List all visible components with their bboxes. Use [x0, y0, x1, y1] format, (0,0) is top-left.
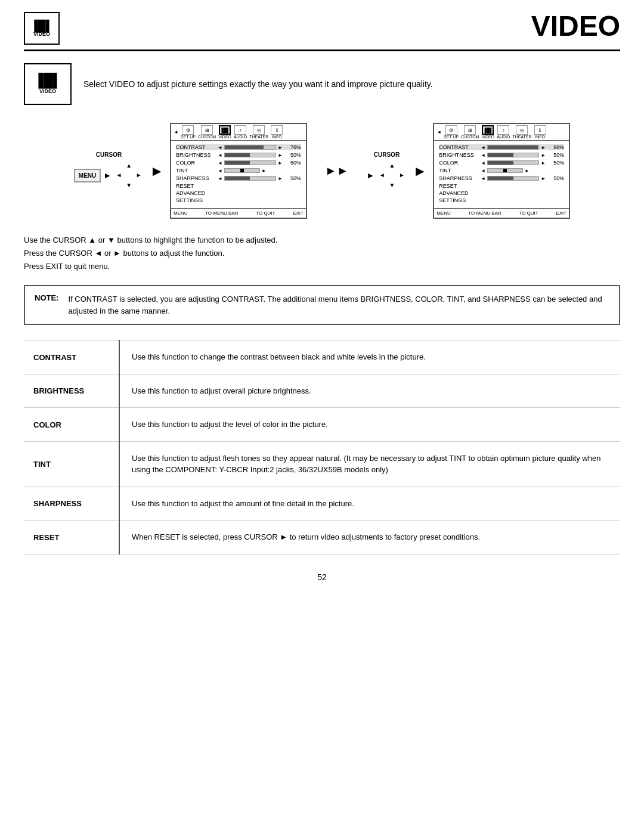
menu-screen-2: ◄ ⚙ SET UP ⊞ CUSTOM ▐█▌ VIDEO ♪ AUDIO [433, 123, 570, 219]
table-row: CONTRAST Use this function to change the… [24, 340, 620, 374]
menu-row-tint-2: TINT ◄ ► [439, 168, 564, 174]
menu-row-color-1: COLOR ◄ ► 50% [176, 160, 301, 166]
menu-diagrams: CURSOR MENU ► ▲ ◄ ► ▼ ► ◄ ⚙ SET UP [24, 123, 620, 219]
header-icon-label: VIDEO [33, 31, 50, 37]
arrow-cluster-2: ▲ ◄ ► ▼ [377, 160, 407, 190]
page-title: VIDEO [531, 12, 620, 41]
intro-icon: ▐█▌ VIDEO [24, 63, 72, 105]
tab-custom-2: ⊞ CUSTOM [461, 125, 479, 139]
diagram1-controls: CURSOR MENU ► ▲ ◄ ► ▼ [74, 151, 144, 190]
diagram2-wrapper: CURSOR ► ▲ ◄ ► ▼ ► ◄ ⚙ SET UP [367, 123, 571, 219]
tab-custom: ⊞ CUSTOM [198, 125, 216, 139]
note-box: NOTE: If CONTRAST is selected, you are a… [24, 285, 620, 325]
menu-reset-2: RESET [439, 183, 564, 189]
menu-button-1[interactable]: MENU [74, 169, 101, 182]
menu-row-tint-1: TINT ◄ ► [176, 168, 301, 174]
tab-setup: ⚙ SET UP [181, 125, 196, 139]
tab-theater: ◎ THEATER [249, 125, 268, 139]
menu-settings-1: SETTINGS [176, 197, 301, 203]
tab-back-arrow: ◄ [174, 129, 178, 135]
note-label: NOTE: [35, 293, 58, 317]
menu-row-brightness-1: BRIGHTNESS ◄ ► 50% [176, 152, 301, 158]
table-row: TINT Use this function to adjust flesh t… [24, 441, 620, 487]
menu-tabs-2: ◄ ⚙ SET UP ⊞ CUSTOM ▐█▌ VIDEO ♪ AUDIO [434, 124, 569, 141]
diagram1-wrapper: CURSOR MENU ► ▲ ◄ ► ▼ ► ◄ ⚙ SET UP [74, 123, 307, 219]
between-diagrams-arrow: ►► [325, 164, 349, 178]
cursor-left-1[interactable]: ◄ [114, 171, 124, 181]
tab-theater-2: ◎ THEATER [512, 125, 531, 139]
menu-row-brightness-2: BRIGHTNESS ◄ ► 50% [439, 152, 564, 158]
page-number: 52 [24, 572, 620, 582]
instructions-section: Use the CURSOR ▲ or ▼ buttons to highlig… [24, 234, 620, 273]
diagram2-controls: CURSOR ► ▲ ◄ ► ▼ [367, 151, 407, 190]
function-name: COLOR [24, 408, 119, 442]
table-row: RESET When RESET is selected, press CURS… [24, 521, 620, 555]
menu-settings-2: SETTINGS [439, 197, 564, 203]
menu-screen-body-1: CONTRAST ◄ ► 76% BRIGHTNESS ◄ ► [171, 141, 306, 208]
cursor-up-1[interactable]: ▲ [124, 160, 134, 171]
menu-tabs-1: ◄ ⚙ SET UP ⊞ CUSTOM ▐█▌ VIDEO ♪ AUDIO [171, 124, 306, 141]
table-row: SHARPNESS Use this function to adjust th… [24, 487, 620, 521]
menu-reset-1: RESET [176, 183, 301, 189]
table-row: COLOR Use this function to adjust the le… [24, 408, 620, 442]
menu-row-contrast-1: CONTRAST ◄ ► 76% [176, 144, 301, 150]
intro-icon-symbol: ▐█▌ [34, 74, 62, 87]
tab-video: ▐█▌ VIDEO [218, 125, 231, 139]
nav-arrow-right-2: ► [367, 171, 375, 180]
function-name: TINT [24, 441, 119, 487]
cursor-down-1[interactable]: ▼ [124, 180, 134, 190]
menu-advanced-2: ADVANCED [439, 190, 564, 196]
diagram1-nav: MENU ► ▲ ◄ ► ▼ [74, 160, 144, 190]
menu-footer-2: MENU TO MENU BAR TO QUIT EXIT [434, 208, 569, 218]
table-row: BRIGHTNESS Use this function to adjust o… [24, 374, 620, 408]
tab-video-2: ▐█▌ VIDEO [481, 125, 494, 139]
diagram2-big-arrow: ► [413, 163, 427, 179]
function-name: SHARPNESS [24, 487, 119, 521]
note-text: If CONTRAST is selected, you are adjusti… [68, 293, 609, 317]
menu-row-sharpness-1: SHARPNESS ◄ ► 50% [176, 175, 301, 181]
cursor-label-2: CURSOR [374, 151, 400, 158]
function-description: When RESET is selected, press CURSOR ► t… [119, 521, 620, 555]
instruction-line-2: Press the CURSOR ◄ or ► buttons to adjus… [24, 247, 620, 260]
cursor-right-1[interactable]: ► [134, 171, 144, 181]
menu-screen-1: ◄ ⚙ SET UP ⊞ CUSTOM ▐█▌ VIDEO ♪ AUDIO [170, 123, 307, 219]
nav-arrow-right-1: ► [103, 171, 112, 180]
function-description: Use this function to change the contrast… [119, 340, 620, 374]
instruction-line-1: Use the CURSOR ▲ or ▼ buttons to highlig… [24, 234, 620, 247]
cursor-left-2[interactable]: ◄ [377, 171, 387, 181]
intro-text: Select VIDEO to adjust picture settings … [83, 79, 433, 89]
intro-section: ▐█▌ VIDEO Select VIDEO to adjust picture… [24, 63, 620, 105]
cursor-down-2[interactable]: ▼ [387, 180, 397, 190]
header-icon-symbol: ▐█▌ [30, 20, 53, 31]
menu-advanced-1: ADVANCED [176, 190, 301, 196]
menu-footer-1: MENU TO MENU BAR TO QUIT EXIT [171, 208, 306, 218]
header-icon: ▐█▌ VIDEO [24, 12, 60, 45]
arrow-cluster-1: ▲ ◄ ► ▼ [114, 160, 144, 190]
function-description: Use this function to adjust the amount o… [119, 487, 620, 521]
diagram1-big-arrow: ► [150, 163, 164, 179]
diagram2-nav: ► ▲ ◄ ► ▼ [367, 160, 407, 190]
function-name: BRIGHTNESS [24, 374, 119, 408]
function-description: Use this function to adjust overall pict… [119, 374, 620, 408]
cursor-up-2[interactable]: ▲ [387, 160, 397, 171]
function-description: Use this function to adjust the level of… [119, 408, 620, 442]
tab-info: ℹ INFO [271, 125, 283, 139]
function-name: RESET [24, 521, 119, 555]
function-name: CONTRAST [24, 340, 119, 374]
tab-audio-2: ♪ AUDIO [497, 125, 510, 139]
tab-back-arrow-2: ◄ [436, 129, 441, 135]
function-description: Use this function to adjust flesh tones … [119, 441, 620, 487]
menu-row-sharpness-2: SHARPNESS ◄ ► 50% [439, 175, 564, 181]
menu-screen-body-2: CONTRAST ◄ ► 98% BRIGHTNESS ◄ ► [434, 141, 569, 208]
tab-audio: ♪ AUDIO [234, 125, 247, 139]
tab-info-2: ℹ INFO [534, 125, 546, 139]
page-header: ▐█▌ VIDEO VIDEO [24, 12, 620, 51]
tab-setup-2: ⚙ SET UP [444, 125, 459, 139]
intro-icon-label: VIDEO [39, 88, 56, 94]
function-table: CONTRAST Use this function to change the… [24, 340, 620, 555]
cursor-label-1: CURSOR [96, 151, 122, 158]
menu-row-contrast-2: CONTRAST ◄ ► 98% [439, 144, 564, 150]
instruction-line-3: Press EXIT to quit menu. [24, 260, 620, 273]
menu-row-color-2: COLOR ◄ ► 50% [439, 160, 564, 166]
cursor-right-2[interactable]: ► [397, 171, 407, 181]
